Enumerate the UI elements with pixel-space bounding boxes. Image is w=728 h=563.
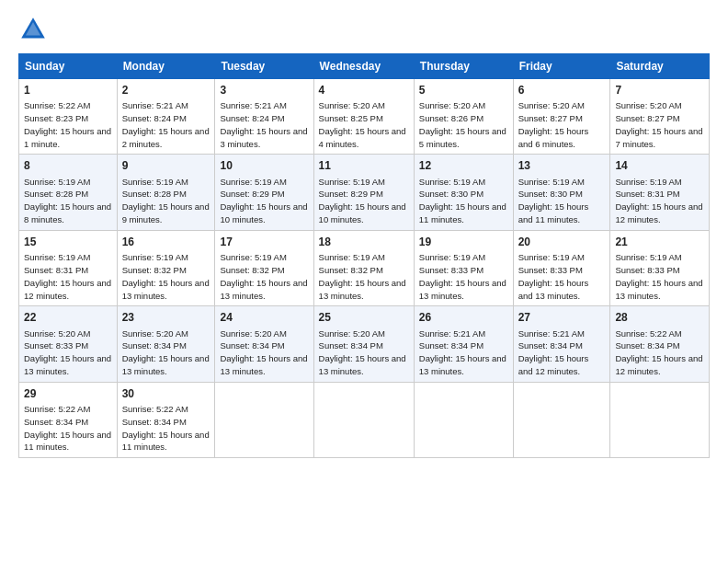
calendar-cell: 21 Sunrise: 5:19 AMSunset: 8:33 PMDaylig… bbox=[610, 230, 710, 305]
day-info: Sunrise: 5:19 AMSunset: 8:33 PMDaylight:… bbox=[518, 252, 589, 300]
day-info: Sunrise: 5:19 AMSunset: 8:31 PMDaylight:… bbox=[615, 177, 702, 224]
calendar-cell: 7 Sunrise: 5:20 AMSunset: 8:27 PMDayligh… bbox=[610, 79, 710, 155]
calendar-cell: 18 Sunrise: 5:19 AMSunset: 8:32 PMDaylig… bbox=[313, 230, 414, 305]
calendar-cell: 4 Sunrise: 5:20 AMSunset: 8:25 PMDayligh… bbox=[313, 79, 414, 155]
calendar-cell: 10 Sunrise: 5:19 AMSunset: 8:29 PMDaylig… bbox=[215, 155, 313, 230]
day-info: Sunrise: 5:21 AMSunset: 8:34 PMDaylight:… bbox=[518, 328, 589, 376]
calendar-cell: 24 Sunrise: 5:20 AMSunset: 8:34 PMDaylig… bbox=[215, 306, 313, 382]
calendar-cell: 28 Sunrise: 5:22 AMSunset: 8:34 PMDaylig… bbox=[610, 306, 710, 382]
day-number: 14 bbox=[615, 158, 704, 173]
calendar: SundayMondayTuesdayWednesdayThursdayFrid… bbox=[18, 53, 710, 458]
day-number: 16 bbox=[122, 235, 210, 249]
calendar-cell: 15 Sunrise: 5:19 AMSunset: 8:31 PMDaylig… bbox=[19, 230, 118, 305]
calendar-cell: 29 Sunrise: 5:22 AMSunset: 8:34 PMDaylig… bbox=[19, 382, 118, 457]
day-number: 17 bbox=[220, 235, 308, 249]
calendar-cell bbox=[414, 382, 513, 457]
logo-icon bbox=[18, 15, 48, 44]
calendar-header-thursday: Thursday bbox=[414, 54, 513, 79]
calendar-cell bbox=[313, 382, 414, 457]
logo bbox=[18, 15, 51, 44]
day-number: 26 bbox=[419, 310, 508, 325]
calendar-header-row: SundayMondayTuesdayWednesdayThursdayFrid… bbox=[19, 54, 710, 79]
day-info: Sunrise: 5:20 AMSunset: 8:27 PMDaylight:… bbox=[615, 100, 702, 148]
day-number: 1 bbox=[24, 83, 112, 98]
day-info: Sunrise: 5:20 AMSunset: 8:34 PMDaylight:… bbox=[220, 328, 307, 376]
day-info: Sunrise: 5:19 AMSunset: 8:28 PMDaylight:… bbox=[24, 177, 111, 224]
calendar-cell: 8 Sunrise: 5:19 AMSunset: 8:28 PMDayligh… bbox=[19, 155, 118, 230]
calendar-cell: 19 Sunrise: 5:19 AMSunset: 8:33 PMDaylig… bbox=[414, 230, 513, 305]
calendar-header-friday: Friday bbox=[513, 54, 610, 79]
calendar-cell: 30 Sunrise: 5:22 AMSunset: 8:34 PMDaylig… bbox=[117, 382, 215, 457]
calendar-cell: 16 Sunrise: 5:19 AMSunset: 8:32 PMDaylig… bbox=[117, 230, 215, 305]
day-info: Sunrise: 5:19 AMSunset: 8:31 PMDaylight:… bbox=[24, 252, 111, 300]
day-number: 13 bbox=[518, 158, 606, 173]
calendar-week-4: 22 Sunrise: 5:20 AMSunset: 8:33 PMDaylig… bbox=[19, 306, 710, 382]
header bbox=[18, 15, 710, 44]
day-info: Sunrise: 5:22 AMSunset: 8:34 PMDaylight:… bbox=[615, 328, 702, 376]
calendar-cell: 3 Sunrise: 5:21 AMSunset: 8:24 PMDayligh… bbox=[215, 79, 313, 155]
day-number: 27 bbox=[518, 310, 606, 325]
day-number: 18 bbox=[319, 235, 409, 249]
day-info: Sunrise: 5:20 AMSunset: 8:33 PMDaylight:… bbox=[24, 328, 111, 376]
calendar-cell: 2 Sunrise: 5:21 AMSunset: 8:24 PMDayligh… bbox=[117, 79, 215, 155]
calendar-week-5: 29 Sunrise: 5:22 AMSunset: 8:34 PMDaylig… bbox=[19, 382, 710, 457]
calendar-cell bbox=[610, 382, 710, 457]
day-info: Sunrise: 5:19 AMSunset: 8:30 PMDaylight:… bbox=[518, 177, 589, 224]
day-info: Sunrise: 5:19 AMSunset: 8:29 PMDaylight:… bbox=[319, 177, 406, 224]
day-info: Sunrise: 5:20 AMSunset: 8:25 PMDaylight:… bbox=[319, 100, 406, 148]
day-number: 25 bbox=[319, 310, 409, 325]
day-number: 9 bbox=[122, 158, 210, 173]
calendar-cell: 22 Sunrise: 5:20 AMSunset: 8:33 PMDaylig… bbox=[19, 306, 118, 382]
day-number: 3 bbox=[220, 83, 308, 98]
day-number: 24 bbox=[220, 310, 308, 325]
calendar-header-saturday: Saturday bbox=[610, 54, 710, 79]
day-number: 7 bbox=[615, 83, 704, 98]
calendar-header-wednesday: Wednesday bbox=[313, 54, 414, 79]
day-number: 22 bbox=[24, 310, 112, 325]
calendar-cell: 9 Sunrise: 5:19 AMSunset: 8:28 PMDayligh… bbox=[117, 155, 215, 230]
day-number: 11 bbox=[319, 158, 409, 173]
day-number: 23 bbox=[122, 310, 210, 325]
calendar-cell bbox=[215, 382, 313, 457]
calendar-week-3: 15 Sunrise: 5:19 AMSunset: 8:31 PMDaylig… bbox=[19, 230, 710, 305]
day-info: Sunrise: 5:19 AMSunset: 8:33 PMDaylight:… bbox=[419, 252, 506, 300]
calendar-cell: 25 Sunrise: 5:20 AMSunset: 8:34 PMDaylig… bbox=[313, 306, 414, 382]
day-number: 20 bbox=[518, 235, 606, 249]
day-info: Sunrise: 5:21 AMSunset: 8:34 PMDaylight:… bbox=[419, 328, 506, 376]
day-info: Sunrise: 5:20 AMSunset: 8:34 PMDaylight:… bbox=[122, 328, 210, 376]
calendar-header-tuesday: Tuesday bbox=[215, 54, 313, 79]
day-info: Sunrise: 5:20 AMSunset: 8:27 PMDaylight:… bbox=[518, 100, 589, 148]
day-info: Sunrise: 5:21 AMSunset: 8:24 PMDaylight:… bbox=[220, 100, 307, 148]
calendar-cell: 26 Sunrise: 5:21 AMSunset: 8:34 PMDaylig… bbox=[414, 306, 513, 382]
calendar-cell: 17 Sunrise: 5:19 AMSunset: 8:32 PMDaylig… bbox=[215, 230, 313, 305]
calendar-cell: 13 Sunrise: 5:19 AMSunset: 8:30 PMDaylig… bbox=[513, 155, 610, 230]
day-number: 21 bbox=[615, 235, 704, 249]
calendar-week-2: 8 Sunrise: 5:19 AMSunset: 8:28 PMDayligh… bbox=[19, 155, 710, 230]
day-info: Sunrise: 5:19 AMSunset: 8:28 PMDaylight:… bbox=[122, 177, 210, 224]
calendar-cell: 12 Sunrise: 5:19 AMSunset: 8:30 PMDaylig… bbox=[414, 155, 513, 230]
day-info: Sunrise: 5:19 AMSunset: 8:29 PMDaylight:… bbox=[220, 177, 307, 224]
day-number: 15 bbox=[24, 235, 112, 249]
day-number: 4 bbox=[319, 83, 409, 98]
day-info: Sunrise: 5:20 AMSunset: 8:34 PMDaylight:… bbox=[319, 328, 406, 376]
day-info: Sunrise: 5:22 AMSunset: 8:34 PMDaylight:… bbox=[122, 404, 210, 452]
day-number: 6 bbox=[518, 83, 606, 98]
calendar-cell: 14 Sunrise: 5:19 AMSunset: 8:31 PMDaylig… bbox=[610, 155, 710, 230]
calendar-cell bbox=[513, 382, 610, 457]
day-info: Sunrise: 5:19 AMSunset: 8:30 PMDaylight:… bbox=[419, 177, 506, 224]
day-number: 28 bbox=[615, 310, 704, 325]
day-number: 19 bbox=[419, 235, 508, 249]
calendar-week-1: 1 Sunrise: 5:22 AMSunset: 8:23 PMDayligh… bbox=[19, 79, 710, 155]
calendar-header-sunday: Sunday bbox=[19, 54, 118, 79]
day-info: Sunrise: 5:19 AMSunset: 8:32 PMDaylight:… bbox=[319, 252, 406, 300]
calendar-cell: 5 Sunrise: 5:20 AMSunset: 8:26 PMDayligh… bbox=[414, 79, 513, 155]
calendar-cell: 1 Sunrise: 5:22 AMSunset: 8:23 PMDayligh… bbox=[19, 79, 118, 155]
day-info: Sunrise: 5:19 AMSunset: 8:32 PMDaylight:… bbox=[220, 252, 307, 300]
page: SundayMondayTuesdayWednesdayThursdayFrid… bbox=[0, 0, 728, 563]
day-info: Sunrise: 5:22 AMSunset: 8:34 PMDaylight:… bbox=[24, 404, 111, 452]
calendar-cell: 20 Sunrise: 5:19 AMSunset: 8:33 PMDaylig… bbox=[513, 230, 610, 305]
day-number: 5 bbox=[419, 83, 508, 98]
day-info: Sunrise: 5:19 AMSunset: 8:33 PMDaylight:… bbox=[615, 252, 702, 300]
day-info: Sunrise: 5:22 AMSunset: 8:23 PMDaylight:… bbox=[24, 100, 111, 148]
calendar-cell: 11 Sunrise: 5:19 AMSunset: 8:29 PMDaylig… bbox=[313, 155, 414, 230]
